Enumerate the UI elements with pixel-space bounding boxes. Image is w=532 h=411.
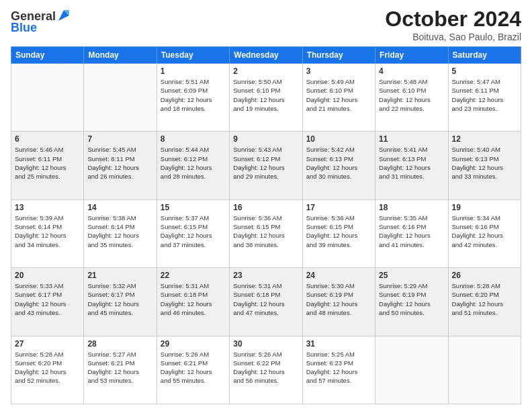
title-area: October 2024 Boituva, Sao Paulo, Brazil [385, 7, 521, 42]
day-info: Sunrise: 5:28 AMSunset: 6:20 PMDaylight:… [452, 281, 517, 317]
day-number: 5 [452, 66, 517, 76]
logo-icon [57, 9, 71, 22]
day-info: Sunrise: 5:26 AMSunset: 6:21 PMDaylight:… [161, 350, 226, 385]
day-info: Sunrise: 5:35 AMSunset: 6:16 PMDaylight:… [379, 214, 444, 249]
day-number: 15 [161, 203, 226, 212]
calendar-cell: 9Sunrise: 5:43 AMSunset: 6:12 PMDaylight… [230, 132, 302, 199]
day-number: 11 [379, 134, 444, 144]
day-info: Sunrise: 5:28 AMSunset: 6:20 PMDaylight:… [15, 350, 80, 385]
calendar-cell: 17Sunrise: 5:36 AMSunset: 6:15 PMDayligh… [302, 199, 375, 267]
day-number: 14 [87, 203, 152, 212]
day-info: Sunrise: 5:34 AMSunset: 6:16 PMDaylight:… [452, 214, 517, 249]
col-header-saturday: Saturday [448, 47, 521, 64]
calendar-cell [375, 336, 448, 404]
calendar-cell: 30Sunrise: 5:26 AMSunset: 6:22 PMDayligh… [230, 336, 302, 404]
day-info: Sunrise: 5:50 AMSunset: 6:10 PMDaylight:… [233, 77, 298, 113]
calendar-cell [448, 336, 521, 404]
day-info: Sunrise: 5:31 AMSunset: 6:18 PMDaylight:… [161, 281, 226, 317]
day-info: Sunrise: 5:26 AMSunset: 6:22 PMDaylight:… [233, 350, 298, 385]
day-number: 8 [161, 134, 226, 144]
calendar-cell: 2Sunrise: 5:50 AMSunset: 6:10 PMDaylight… [230, 64, 302, 132]
day-number: 12 [452, 134, 517, 144]
col-header-thursday: Thursday [302, 47, 375, 64]
calendar-cell [11, 64, 84, 132]
day-number: 26 [452, 271, 517, 280]
day-number: 1 [161, 66, 226, 76]
day-number: 6 [15, 134, 80, 144]
day-info: Sunrise: 5:33 AMSunset: 6:17 PMDaylight:… [15, 281, 80, 317]
day-info: Sunrise: 5:48 AMSunset: 6:10 PMDaylight:… [379, 77, 444, 113]
day-number: 16 [233, 203, 298, 212]
calendar-cell [84, 64, 157, 132]
day-info: Sunrise: 5:45 AMSunset: 6:11 PMDaylight:… [87, 145, 152, 181]
calendar-cell: 22Sunrise: 5:31 AMSunset: 6:18 PMDayligh… [157, 268, 229, 336]
day-info: Sunrise: 5:44 AMSunset: 6:12 PMDaylight:… [161, 145, 226, 181]
calendar-cell: 13Sunrise: 5:39 AMSunset: 6:14 PMDayligh… [11, 199, 84, 267]
day-number: 17 [306, 203, 371, 212]
calendar-cell: 1Sunrise: 5:51 AMSunset: 6:09 PMDaylight… [157, 64, 229, 132]
day-info: Sunrise: 5:32 AMSunset: 6:17 PMDaylight:… [87, 281, 152, 317]
calendar-week-5: 27Sunrise: 5:28 AMSunset: 6:20 PMDayligh… [11, 336, 521, 404]
calendar-cell: 20Sunrise: 5:33 AMSunset: 6:17 PMDayligh… [11, 268, 84, 336]
day-info: Sunrise: 5:41 AMSunset: 6:13 PMDaylight:… [379, 145, 444, 181]
calendar-cell: 21Sunrise: 5:32 AMSunset: 6:17 PMDayligh… [84, 268, 157, 336]
col-header-monday: Monday [84, 47, 157, 64]
day-number: 10 [306, 134, 371, 144]
day-number: 7 [87, 134, 152, 144]
day-info: Sunrise: 5:38 AMSunset: 6:14 PMDaylight:… [87, 214, 152, 249]
day-info: Sunrise: 5:46 AMSunset: 6:11 PMDaylight:… [15, 145, 80, 181]
day-number: 23 [233, 271, 298, 280]
calendar-week-2: 6Sunrise: 5:46 AMSunset: 6:11 PMDaylight… [11, 132, 521, 199]
day-info: Sunrise: 5:36 AMSunset: 6:15 PMDaylight:… [306, 214, 371, 249]
calendar-cell: 11Sunrise: 5:41 AMSunset: 6:13 PMDayligh… [375, 132, 448, 199]
main-title: October 2024 [385, 7, 521, 32]
day-info: Sunrise: 5:43 AMSunset: 6:12 PMDaylight:… [233, 145, 298, 181]
calendar-cell: 8Sunrise: 5:44 AMSunset: 6:12 PMDaylight… [157, 132, 229, 199]
col-header-tuesday: Tuesday [157, 47, 229, 64]
col-header-wednesday: Wednesday [230, 47, 302, 64]
calendar-table: SundayMondayTuesdayWednesdayThursdayFrid… [11, 46, 521, 404]
day-number: 13 [15, 203, 80, 212]
col-header-sunday: Sunday [11, 47, 84, 64]
calendar-cell: 14Sunrise: 5:38 AMSunset: 6:14 PMDayligh… [84, 199, 157, 267]
day-info: Sunrise: 5:30 AMSunset: 6:19 PMDaylight:… [306, 281, 371, 317]
day-number: 4 [379, 66, 444, 76]
header: General Blue October 2024 Boituva, Sao P… [11, 7, 521, 42]
calendar-cell: 23Sunrise: 5:31 AMSunset: 6:18 PMDayligh… [230, 268, 302, 336]
day-info: Sunrise: 5:36 AMSunset: 6:15 PMDaylight:… [233, 214, 298, 249]
col-header-friday: Friday [375, 47, 448, 64]
calendar-cell: 19Sunrise: 5:34 AMSunset: 6:16 PMDayligh… [448, 199, 521, 267]
calendar-week-3: 13Sunrise: 5:39 AMSunset: 6:14 PMDayligh… [11, 199, 521, 267]
day-number: 3 [306, 66, 371, 76]
day-info: Sunrise: 5:47 AMSunset: 6:11 PMDaylight:… [452, 77, 517, 113]
day-number: 25 [379, 271, 444, 280]
calendar-cell: 29Sunrise: 5:26 AMSunset: 6:21 PMDayligh… [157, 336, 229, 404]
calendar-cell: 4Sunrise: 5:48 AMSunset: 6:10 PMDaylight… [375, 64, 448, 132]
calendar-cell: 12Sunrise: 5:40 AMSunset: 6:13 PMDayligh… [448, 132, 521, 199]
day-number: 18 [379, 203, 444, 212]
day-info: Sunrise: 5:29 AMSunset: 6:19 PMDaylight:… [379, 281, 444, 317]
day-number: 22 [161, 271, 226, 280]
calendar-cell: 31Sunrise: 5:25 AMSunset: 6:23 PMDayligh… [302, 336, 375, 404]
day-info: Sunrise: 5:27 AMSunset: 6:21 PMDaylight:… [87, 350, 152, 385]
calendar-cell: 5Sunrise: 5:47 AMSunset: 6:11 PMDaylight… [448, 64, 521, 132]
calendar-cell: 16Sunrise: 5:36 AMSunset: 6:15 PMDayligh… [230, 199, 302, 267]
day-number: 21 [87, 271, 152, 280]
day-info: Sunrise: 5:51 AMSunset: 6:09 PMDaylight:… [161, 77, 226, 113]
calendar-cell: 7Sunrise: 5:45 AMSunset: 6:11 PMDaylight… [84, 132, 157, 199]
day-info: Sunrise: 5:40 AMSunset: 6:13 PMDaylight:… [452, 145, 517, 181]
calendar-cell: 27Sunrise: 5:28 AMSunset: 6:20 PMDayligh… [11, 336, 84, 404]
calendar-cell: 28Sunrise: 5:27 AMSunset: 6:21 PMDayligh… [84, 336, 157, 404]
subtitle: Boituva, Sao Paulo, Brazil [385, 32, 521, 42]
day-number: 29 [161, 339, 226, 349]
day-number: 27 [15, 339, 80, 349]
day-info: Sunrise: 5:31 AMSunset: 6:18 PMDaylight:… [233, 281, 298, 317]
logo: General Blue [11, 9, 71, 35]
day-number: 28 [87, 339, 152, 349]
calendar-cell: 10Sunrise: 5:42 AMSunset: 6:13 PMDayligh… [302, 132, 375, 199]
day-number: 2 [233, 66, 298, 76]
page: General Blue October 2024 Boituva, Sao P… [0, 0, 532, 411]
day-number: 20 [15, 271, 80, 280]
calendar-cell: 26Sunrise: 5:28 AMSunset: 6:20 PMDayligh… [448, 268, 521, 336]
calendar-cell: 18Sunrise: 5:35 AMSunset: 6:16 PMDayligh… [375, 199, 448, 267]
